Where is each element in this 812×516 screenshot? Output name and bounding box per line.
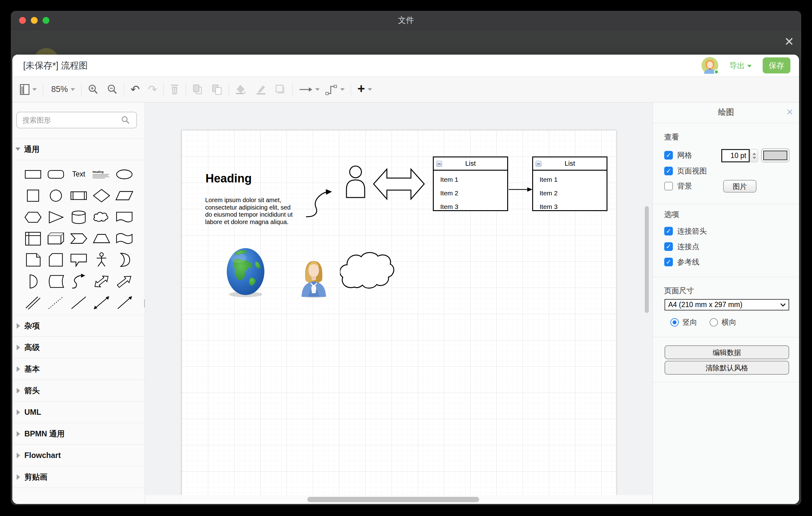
insert-button[interactable]: + [357,84,372,95]
sidebar-section-arrows[interactable]: 箭头 [12,380,145,401]
connection-points-checkbox[interactable]: ✓ [664,242,673,251]
shape-actor[interactable] [90,249,113,271]
shape-trapezoid[interactable] [90,228,113,249]
shadow-button[interactable] [274,84,286,95]
shape-rounded-rectangle[interactable] [45,164,67,185]
list-shape-2[interactable]: List Item 1 Item 2 Item 3 [532,156,607,211]
woman-clipart[interactable] [299,253,328,298]
double-arrow-shape[interactable] [373,166,425,202]
shape-cube[interactable] [45,228,67,249]
canvas-heading-text[interactable]: Heading [205,172,252,185]
fill-color-button[interactable] [235,84,247,95]
panel-close-icon[interactable]: ✕ [784,106,796,118]
connection-style-button[interactable] [299,86,320,93]
shape-tape[interactable] [113,228,136,249]
sidebar-section-clipart[interactable]: 剪贴画 [12,466,145,488]
shape-line[interactable] [67,292,90,314]
actor-shape[interactable] [344,165,367,198]
delete-button[interactable] [170,84,179,95]
curved-arrow-shape[interactable] [304,186,335,219]
shape-internal-storage[interactable] [22,228,45,249]
shape-document[interactable] [113,206,136,228]
shape-parallelogram[interactable] [113,185,136,206]
connector-arrow[interactable] [509,187,533,192]
shape-diamond[interactable] [90,185,113,206]
diagram-canvas[interactable]: Heading Lorem ipsum dolor sit amet, cons… [145,103,652,504]
list-shape-1[interactable]: List Item 1 Item 2 Item 3 [433,156,508,211]
to-back-button[interactable] [211,84,223,95]
save-button[interactable]: 保存 [763,57,790,74]
shape-bidirectional-arrow[interactable] [90,271,113,292]
zoom-level-dropdown[interactable]: 85% [49,85,75,94]
shape-or[interactable] [113,249,136,271]
page-view-checkbox[interactable]: ✓ [664,167,673,175]
export-menu[interactable]: 导出 [729,60,752,71]
sidebar-section-advanced[interactable]: 高级 [12,336,145,358]
shape-cylinder[interactable] [67,206,90,228]
redo-button[interactable]: ↷ [148,84,157,95]
shape-square[interactable] [22,185,45,206]
format-panel-toggle-button[interactable] [20,84,37,95]
zoom-out-button[interactable] [107,84,118,95]
grid-size-input[interactable] [722,150,749,162]
list-item[interactable]: Item 3 [540,201,607,214]
image-button[interactable]: 图片 [723,180,756,193]
landscape-radio[interactable] [709,318,718,326]
shape-dotted-line[interactable] [45,292,67,314]
sidebar-section-misc[interactable]: 杂项 [12,315,145,336]
list-item[interactable]: Item 3 [440,201,507,214]
shape-step[interactable] [67,228,90,249]
cloud-shape[interactable] [340,245,399,293]
user-avatar[interactable] [701,57,718,74]
collapse-icon[interactable] [535,161,542,167]
sidebar-section-bpmn[interactable]: BPMN 通用 [12,423,145,445]
guides-checkbox[interactable]: ✓ [664,258,673,266]
page-size-select[interactable]: A4 (210 mm x 297 mm) [665,299,789,311]
grid-checkbox[interactable]: ✓ [664,151,673,160]
connection-arrows-checkbox[interactable]: ✓ [664,227,673,235]
shape-ellipse[interactable] [113,164,136,185]
list-item[interactable]: Item 2 [440,187,507,201]
overlay-close-icon[interactable]: ✕ [781,33,798,50]
shape-rectangle[interactable] [22,164,45,185]
collapse-icon[interactable] [436,161,442,167]
shape-text[interactable]: Text [67,164,90,185]
shape-curve[interactable] [67,271,90,292]
canvas-paragraph-text[interactable]: Lorem ipsum dolor sit amet, consectetur … [205,197,301,226]
clear-default-style-button[interactable]: 清除默认风格 [665,361,789,375]
search-input[interactable] [17,116,119,125]
shape-hexagon[interactable] [22,206,45,228]
horizontal-scrollbar-thumb[interactable] [307,497,479,502]
shape-card[interactable] [45,249,67,271]
shape-circle[interactable] [45,185,67,206]
list-item[interactable]: Item 2 [540,187,607,201]
shape-process[interactable] [67,185,90,206]
globe-clipart[interactable] [226,248,265,298]
shape-triangle[interactable] [45,206,67,228]
grid-color-swatch[interactable] [761,148,789,162]
shape-and[interactable] [22,271,45,292]
section-general[interactable]: 通用 [12,138,145,160]
shape-textbox[interactable]: Heading [90,164,113,185]
vertical-scrollbar[interactable] [645,206,649,313]
edit-data-button[interactable]: 编辑数据 [665,345,789,359]
shape-link[interactable] [22,292,45,314]
portrait-radio[interactable] [670,318,679,326]
shape-directional-connector[interactable] [113,292,136,314]
undo-button[interactable]: ↶ [130,84,140,95]
waypoint-style-button[interactable] [325,83,345,96]
shape-arrow[interactable] [113,271,136,292]
horizontal-scrollbar-track[interactable] [145,495,652,504]
list-item[interactable]: Item 1 [440,173,507,187]
grid-size-stepper[interactable] [750,149,758,162]
to-front-button[interactable] [192,84,203,95]
shape-note[interactable] [22,249,45,271]
shape-cloud[interactable] [90,206,113,228]
sidebar-section-basic[interactable]: 基本 [12,358,145,380]
line-color-button[interactable] [255,84,266,95]
list-item[interactable]: Item 1 [540,173,607,187]
zoom-in-button[interactable] [88,84,99,95]
shape-bidirectional-connector[interactable] [90,292,113,314]
shape-callout[interactable] [67,249,90,271]
shape-data-storage[interactable] [45,271,67,292]
